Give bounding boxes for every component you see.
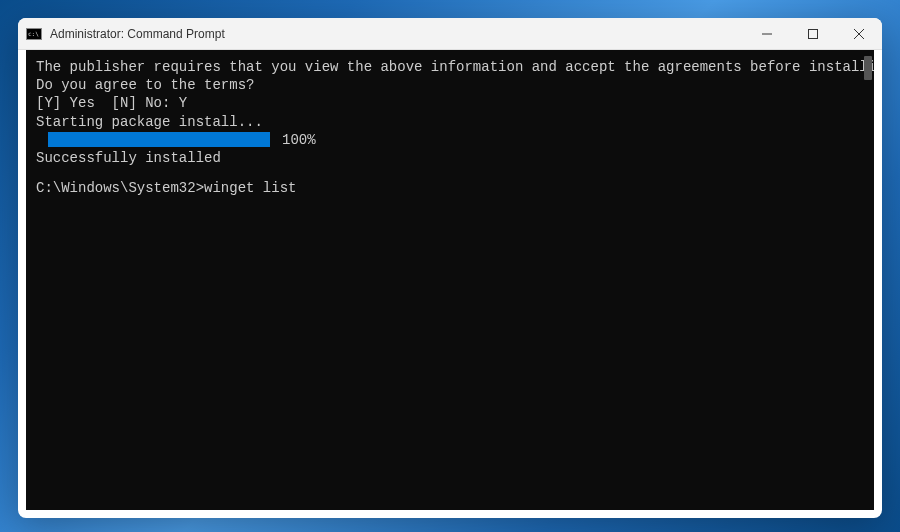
- output-line: Successfully installed: [36, 149, 864, 167]
- window-title: Administrator: Command Prompt: [50, 27, 744, 41]
- entered-command: winget list: [204, 180, 296, 196]
- close-button[interactable]: [836, 18, 882, 49]
- prompt-path: C:\Windows\System32>: [36, 180, 204, 196]
- progress-percent: 100%: [282, 131, 316, 149]
- progress-row: 100%: [36, 131, 864, 149]
- svg-rect-1: [809, 29, 818, 38]
- progress-bar: [48, 132, 270, 147]
- output-line: The publisher requires that you view the…: [36, 58, 864, 76]
- maximize-button[interactable]: [790, 18, 836, 49]
- terminal-output[interactable]: The publisher requires that you view the…: [26, 50, 874, 510]
- window-controls: [744, 18, 882, 49]
- close-icon: [854, 29, 864, 39]
- output-line: Starting package install...: [36, 113, 864, 131]
- scrollbar-thumb[interactable]: [864, 56, 872, 80]
- titlebar[interactable]: Administrator: Command Prompt: [18, 18, 882, 50]
- output-line: Do you agree to the terms?: [36, 76, 864, 94]
- minimize-button[interactable]: [744, 18, 790, 49]
- maximize-icon: [808, 29, 818, 39]
- cmd-icon: [26, 28, 42, 40]
- output-line: [Y] Yes [N] No: Y: [36, 94, 864, 112]
- cmd-window: Administrator: Command Prompt The publis…: [18, 18, 882, 518]
- minimize-icon: [762, 29, 772, 39]
- prompt-line: C:\Windows\System32>winget list: [36, 179, 864, 197]
